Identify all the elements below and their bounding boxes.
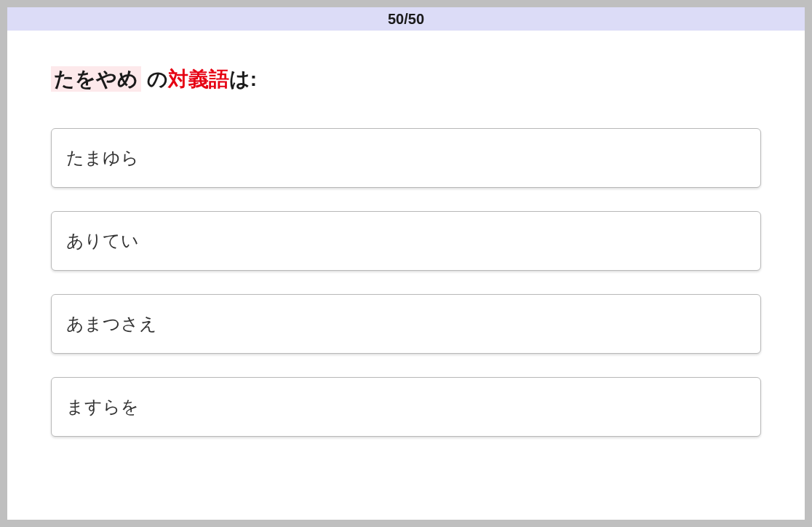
option-1[interactable]: たまゆら xyxy=(51,128,761,188)
option-label: ますらを xyxy=(66,397,139,416)
option-label: あまつさえ xyxy=(66,314,157,333)
quiz-container: 50/50 たをやめ の対義語は: たまゆら ありてい あまつさえ ますらを xyxy=(7,7,805,520)
question-suffix: は: xyxy=(229,68,257,90)
option-4[interactable]: ますらを xyxy=(51,377,761,437)
option-label: ありてい xyxy=(66,231,139,250)
options-list: たまゆら ありてい あまつさえ ますらを xyxy=(51,128,761,437)
option-label: たまゆら xyxy=(66,148,139,167)
question-red-text: 対義語 xyxy=(168,68,229,90)
question-middle: の xyxy=(141,68,168,90)
question-prompt: たをやめ の対義語は: xyxy=(51,66,761,93)
option-3[interactable]: あまつさえ xyxy=(51,294,761,354)
quiz-content: たをやめ の対義語は: たまゆら ありてい あまつさえ ますらを xyxy=(7,31,805,472)
question-highlighted-word: たをやめ xyxy=(51,66,141,92)
option-2[interactable]: ありてい xyxy=(51,211,761,271)
progress-bar: 50/50 xyxy=(7,7,805,31)
progress-text: 50/50 xyxy=(388,11,424,28)
